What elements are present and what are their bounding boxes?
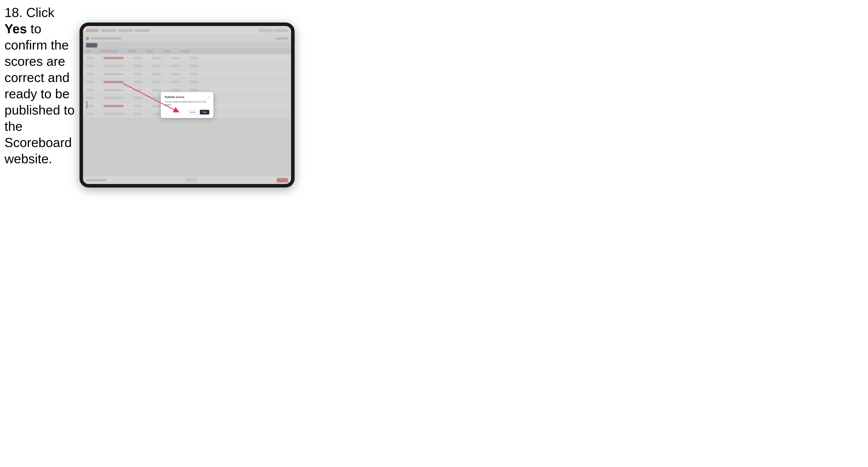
dialog-header: Publish scores ×	[165, 95, 209, 98]
text-after-bold: to confirm the scores are correct and re…	[4, 22, 74, 166]
tablet-screen: Publish scores × Are you ready to publis…	[83, 26, 291, 184]
dialog-close-button[interactable]: ×	[208, 95, 209, 98]
bold-yes: Yes	[4, 22, 27, 36]
dialog-body: Are you ready to publish these scores to…	[165, 100, 209, 106]
dialog-footer: Cancel Yes	[165, 110, 209, 115]
yes-button[interactable]: Yes	[200, 110, 209, 115]
publish-scores-dialog: Publish scores × Are you ready to publis…	[161, 92, 213, 118]
instruction-text: 18. Click Yes to confirm the scores are …	[4, 4, 77, 167]
tablet-device: Publish scores × Are you ready to publis…	[80, 23, 294, 187]
step-number: 18.	[4, 5, 23, 20]
cancel-button[interactable]: Cancel	[187, 110, 198, 115]
modal-overlay: Publish scores × Are you ready to publis…	[83, 26, 291, 184]
text-before-bold: Click	[23, 5, 54, 20]
dialog-title: Publish scores	[165, 95, 184, 98]
